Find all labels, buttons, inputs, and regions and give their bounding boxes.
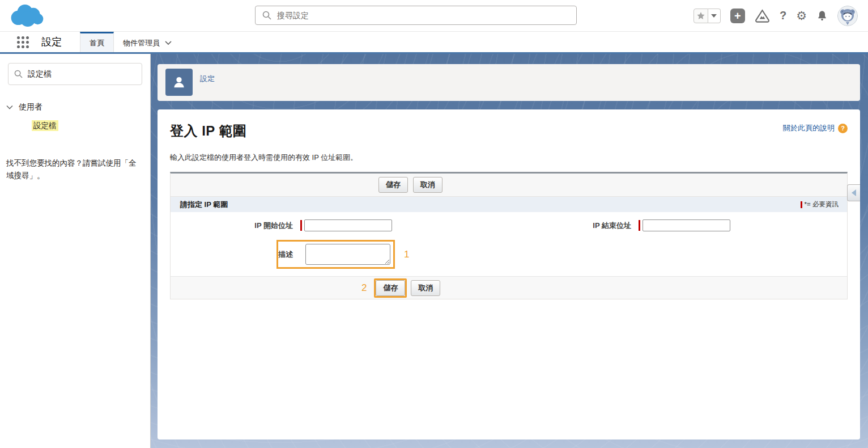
tab-object-manager[interactable]: 物件管理員 — [114, 32, 181, 52]
ip-end-label: IP 結束位址 — [509, 221, 631, 231]
favorites-dropdown-caret-icon[interactable] — [708, 9, 721, 23]
section-title: 請指定 IP 範圍 — [180, 200, 228, 210]
setup-entity-icon — [165, 69, 193, 96]
description-row: 描述 1 — [171, 244, 847, 265]
help-question-icon[interactable]: ? — [838, 124, 848, 133]
favorites-control — [693, 9, 721, 23]
ip-start-field: IP 開始位址 — [171, 219, 509, 231]
setup-gear-icon[interactable]: ⚙ — [796, 9, 807, 23]
page-description: 輸入此設定檔的使用者登入時需使用的有效 IP 位址範圍。 — [170, 153, 848, 163]
ip-range-form: 儲存 取消 請指定 IP 範圍 *= 必要資訊 IP 開始位址 — [170, 172, 848, 299]
search-icon — [262, 11, 271, 20]
chevron-down-icon — [165, 41, 172, 45]
global-search-box — [255, 6, 577, 25]
breadcrumb-card: 設定 — [158, 64, 860, 101]
cancel-button-top[interactable]: 取消 — [413, 177, 442, 193]
annotation-box-2: 儲存 — [374, 278, 407, 298]
bottom-button-row: 2 儲存 取消 — [171, 276, 847, 299]
setup-sidebar: 使用者 設定檔 找不到您要找的內容？請嘗試使用「全域搜尋」。 — [0, 54, 151, 448]
ip-start-label: IP 開始位址 — [171, 221, 293, 231]
salesforce-logo-icon — [8, 3, 45, 28]
notifications-bell-icon[interactable] — [816, 10, 828, 22]
chevron-down-icon — [6, 105, 13, 109]
required-bar-icon — [801, 201, 802, 208]
save-button-top[interactable]: 儲存 — [378, 177, 408, 193]
form-fields: IP 開始位址 IP 結束位址 描述 — [171, 212, 847, 276]
save-button[interactable]: 儲存 — [376, 280, 405, 296]
tab-home[interactable]: 首頁 — [80, 32, 114, 52]
description-textarea[interactable] — [305, 244, 390, 265]
setup-nav-bar: 設定 首頁 物件管理員 — [0, 31, 868, 54]
annotation-step-2: 2 — [361, 282, 367, 294]
ip-end-input[interactable] — [643, 219, 730, 231]
sidebar-tree: 使用者 設定檔 — [0, 102, 150, 131]
sidebar-item-profiles-label: 設定檔 — [32, 120, 58, 131]
global-header: + ? ⚙ — [0, 0, 868, 31]
ip-end-field: IP 結束位址 — [509, 219, 847, 231]
help-for-page-link[interactable]: 關於此頁的說明 — [783, 123, 835, 133]
sidebar-group-users[interactable]: 使用者 — [0, 102, 150, 112]
guidance-center-icon[interactable] — [755, 9, 770, 23]
nav-tabs: 首頁 物件管理員 — [80, 32, 181, 52]
cancel-button[interactable]: 取消 — [411, 280, 440, 296]
section-header: 請指定 IP 範圍 *= 必要資訊 — [171, 197, 847, 212]
page-card: 登入 IP 範圍 關於此頁的說明 ? 輸入此設定檔的使用者登入時需使用的有效 I… — [158, 109, 860, 439]
annotation-step-1: 1 — [404, 249, 409, 260]
required-legend-label: *= 必要資訊 — [805, 200, 839, 209]
page-header: 登入 IP 範圍 關於此頁的說明 ? — [170, 122, 848, 140]
quick-create-icon[interactable]: + — [730, 9, 745, 23]
tab-object-manager-label: 物件管理員 — [123, 38, 160, 48]
breadcrumb-setup-link[interactable]: 設定 — [200, 74, 215, 101]
description-label: 描述 — [171, 250, 293, 260]
favorite-star-icon[interactable] — [693, 9, 708, 23]
global-search-input[interactable] — [277, 11, 569, 20]
collapse-sidebar-tab[interactable] — [847, 184, 860, 201]
ip-start-input[interactable] — [304, 219, 392, 231]
app-launcher-icon[interactable] — [17, 36, 29, 48]
user-icon — [172, 75, 186, 90]
app-name-label: 設定 — [41, 35, 62, 49]
page-title: 登入 IP 範圍 — [170, 122, 247, 140]
required-bar-icon — [300, 220, 302, 231]
sidebar-global-search-hint: 找不到您要找的內容？請嘗試使用「全域搜尋」。 — [6, 157, 143, 183]
required-bar-icon — [639, 220, 640, 231]
sidebar-search-input[interactable] — [28, 70, 136, 79]
main-area: 使用者 設定檔 找不到您要找的內容？請嘗試使用「全域搜尋」。 設定 登入 IP … — [0, 54, 868, 448]
user-avatar[interactable] — [837, 6, 858, 26]
sidebar-search-box — [8, 63, 142, 85]
help-icon[interactable]: ? — [780, 9, 786, 22]
arrow-left-icon — [852, 189, 856, 196]
sidebar-group-label: 使用者 — [19, 102, 42, 112]
required-legend: *= 必要資訊 — [801, 200, 839, 209]
search-icon — [14, 70, 23, 78]
ip-range-row: IP 開始位址 IP 結束位址 — [171, 219, 847, 231]
sidebar-item-profiles[interactable]: 設定檔 — [32, 121, 150, 131]
content-region: 設定 登入 IP 範圍 關於此頁的說明 ? 輸入此設定檔的使用者登入時需使用的有… — [151, 54, 868, 448]
page-help: 關於此頁的說明 ? — [783, 123, 848, 133]
header-actions: + ? ⚙ — [693, 0, 858, 31]
top-button-row: 儲存 取消 — [171, 174, 847, 197]
